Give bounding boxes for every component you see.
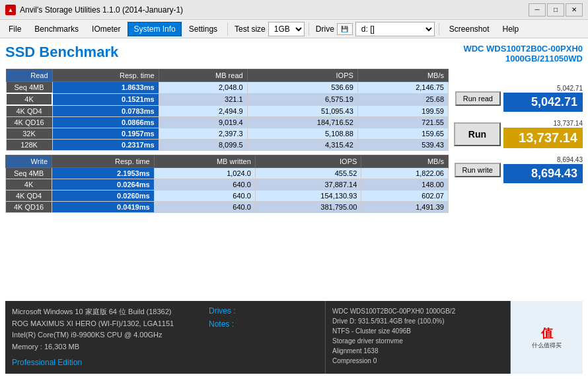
notes-section: Drives : Notes : xyxy=(203,301,325,374)
menu-screenshot[interactable]: Screenshot xyxy=(443,22,496,36)
read-cell: 0.2317ms xyxy=(52,140,159,151)
read-score-label: 5,042.71 xyxy=(557,85,583,92)
run-button[interactable]: Run xyxy=(454,122,501,146)
write-row-label: 4K QD16 xyxy=(6,202,52,213)
cpu-info: Intel(R) Core(TM) i9-9900KS CPU @ 4.00GH… xyxy=(12,329,197,341)
read-table-row: Seq 4MB1.8633ms2,048.0536.692,146.75 xyxy=(6,82,449,94)
watermark-text: 值 什么值得买 xyxy=(532,325,562,350)
read-row-label: 128K xyxy=(6,140,52,151)
write-cell: 640.0 xyxy=(154,179,255,190)
read-header: Read xyxy=(6,69,52,82)
read-cell: 0.0866ms xyxy=(52,117,159,128)
menu-settings[interactable]: Settings xyxy=(183,22,223,36)
maximize-button[interactable]: □ xyxy=(547,3,564,17)
read-cell: 2,146.75 xyxy=(357,82,448,94)
menu-help[interactable]: Help xyxy=(497,22,525,36)
ssd-title: SSD Benchmark xyxy=(5,44,118,61)
read-cell: 9,019.4 xyxy=(159,117,247,128)
run-read-button[interactable]: Run read xyxy=(455,91,501,106)
read-cell: 0.1957ms xyxy=(52,128,159,140)
ntfs-detail: NTFS - Cluster size 4096B xyxy=(332,326,503,336)
run-total-row: Run 13,737.14 13,737.14 xyxy=(454,120,583,148)
write-cell: 2.1953ms xyxy=(52,168,155,179)
alignment-detail: Alignment 1638 xyxy=(332,346,503,356)
write-cell: 1,024.0 xyxy=(154,168,255,179)
write-cell: 602.07 xyxy=(361,190,449,202)
resp-time-header-write: Resp. time xyxy=(52,155,155,168)
write-cell: 0.0264ms xyxy=(52,179,155,190)
write-cell: 37,887.14 xyxy=(255,179,361,190)
menu-file[interactable]: File xyxy=(3,22,27,36)
mbs-header-read: MB/s xyxy=(357,69,448,82)
read-table-row: 32K0.1957ms2,397.35,108.88159.65 xyxy=(6,128,449,140)
write-cell: 0.0419ms xyxy=(52,202,155,213)
read-cell: 0.0783ms xyxy=(52,105,159,117)
write-score-label: 8,694.43 xyxy=(557,156,583,163)
tables-section: Read Resp. time MB read IOPS MB/s Seq 4M… xyxy=(5,69,449,298)
write-table-row: 4K0.0264ms640.037,887.14148.00 xyxy=(6,179,449,190)
professional-edition: Professional Edition xyxy=(12,357,197,369)
app-title: Anvil's Storage Utilities 1.1.0 (2014-Ja… xyxy=(20,5,183,15)
write-row-label: 4K QD4 xyxy=(6,190,52,202)
main-content: SSD Benchmark WDC WDS100T2B0C-00PXH0 100… xyxy=(0,38,588,379)
menu-sysinfo[interactable]: System Info xyxy=(128,22,181,36)
iops-header-read: IOPS xyxy=(247,69,357,82)
write-cell: 1,822.06 xyxy=(361,168,449,179)
drive-icon: 💾 xyxy=(337,23,353,35)
read-cell: 184,716.52 xyxy=(247,117,357,128)
title-bar: ▲ Anvil's Storage Utilities 1.1.0 (2014-… xyxy=(0,0,588,20)
read-cell: 721.55 xyxy=(357,117,448,128)
watermark: 值 什么值得买 xyxy=(510,301,583,374)
read-table-row: 4K QD160.0866ms9,019.4184,716.52721.55 xyxy=(6,117,449,128)
storage-driver-detail: Storage driver stornvme xyxy=(332,336,503,346)
read-cell: 0.1521ms xyxy=(52,93,159,105)
drive-details-section: WDC WDS100T2B0C-00PXH0 1000GB/2 Drive D:… xyxy=(325,301,510,374)
read-cell: 2,048.0 xyxy=(159,82,247,94)
read-cell: 6,575.19 xyxy=(247,93,357,105)
write-cell: 455.52 xyxy=(255,168,361,179)
write-table-row: Seq 4MB2.1953ms1,024.0455.521,822.06 xyxy=(6,168,449,179)
write-score-value: 8,694.43 xyxy=(503,164,583,183)
compression-detail: Compression 0 xyxy=(332,356,503,366)
total-score-value: 13,737.14 xyxy=(503,128,583,148)
write-row-label: Seq 4MB xyxy=(6,168,52,179)
write-header: Write xyxy=(6,155,52,168)
bottom-section: Microsoft Windows 10 家庭版 64 位 Build (183… xyxy=(5,301,583,374)
drive-model: WDC WDS100T2B0C-00PXH0 xyxy=(463,44,583,54)
close-button[interactable]: ✕ xyxy=(566,3,583,17)
drive-select[interactable]: d: [] xyxy=(355,22,435,36)
drive-details-header: 1000GB/211050WD xyxy=(463,54,583,63)
drive-container: Drive 💾 d: [] xyxy=(316,22,435,36)
menu-benchmarks[interactable]: Benchmarks xyxy=(28,22,85,36)
app-icon: ▲ xyxy=(5,5,16,15)
test-size-container: Test size 1GB 512MB 256MB xyxy=(235,22,305,36)
read-cell: 4,315.42 xyxy=(247,140,357,151)
minimize-button[interactable]: ─ xyxy=(529,3,546,17)
menu-iometer[interactable]: IOmeter xyxy=(86,22,126,36)
motherboard-info: ROG MAXIMUS XI HERO (WI-FI)/1302, LGA115… xyxy=(12,318,197,330)
test-size-select[interactable]: 1GB 512MB 256MB xyxy=(268,22,305,36)
resp-time-header-read: Resp. time xyxy=(52,69,159,82)
drives-label: Drives : xyxy=(209,306,320,316)
write-table-row: 4K QD40.0260ms640.0154,130.93602.07 xyxy=(6,190,449,202)
read-cell: 536.69 xyxy=(247,82,357,94)
sys-info: Microsoft Windows 10 家庭版 64 位 Build (183… xyxy=(5,301,203,374)
read-cell: 51,095.43 xyxy=(247,105,357,117)
mb-written-header: MB written xyxy=(154,155,255,168)
header: SSD Benchmark WDC WDS100T2B0C-00PXH0 100… xyxy=(5,44,583,63)
read-cell: 25.68 xyxy=(357,93,448,105)
right-panel: Run read 5,042.71 5,042.71 Run 13,737.14… xyxy=(454,69,583,298)
run-write-button[interactable]: Run write xyxy=(455,163,501,177)
drive-d-detail: Drive D: 931.5/931.4GB free (100.0%) xyxy=(332,316,503,326)
read-table-row: 4K QD40.0783ms2,494.951,095.43199.59 xyxy=(6,105,449,117)
read-row-label: 32K xyxy=(6,128,52,140)
write-cell: 154,130.93 xyxy=(255,190,361,202)
menu-separator-2 xyxy=(309,22,309,36)
read-row-label: Seq 4MB xyxy=(6,82,52,94)
read-cell: 199.59 xyxy=(357,105,448,117)
write-cell: 0.0260ms xyxy=(52,190,155,202)
total-score-label: 13,737.14 xyxy=(554,120,583,127)
read-table-row: 128K0.2317ms8,099.54,315.42539.43 xyxy=(6,140,449,151)
write-cell: 1,491.39 xyxy=(361,202,449,213)
read-cell: 539.43 xyxy=(357,140,448,151)
